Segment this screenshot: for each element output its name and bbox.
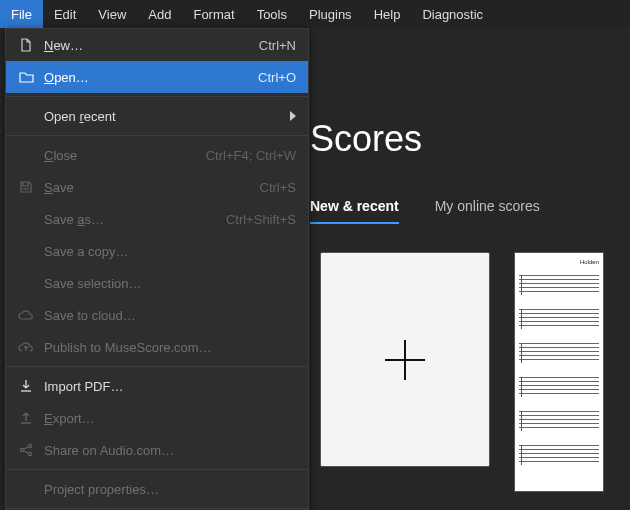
- menu-item-save-cloud[interactable]: Save to cloud…: [6, 299, 308, 331]
- menu-item-save-copy[interactable]: Save a copy…: [6, 235, 308, 267]
- menu-label: New…: [44, 38, 259, 53]
- menubar-item-file[interactable]: File: [0, 0, 43, 28]
- menu-label: Save a copy…: [44, 244, 296, 259]
- svg-point-0: [28, 444, 31, 447]
- menu-shortcut: Ctrl+S: [260, 180, 296, 195]
- menu-separator: [6, 96, 308, 97]
- menubar: File Edit View Add Format Tools Plugins …: [0, 0, 630, 28]
- menu-item-export[interactable]: Export…: [6, 402, 308, 434]
- menubar-item-plugins[interactable]: Plugins: [298, 0, 363, 28]
- share-icon: [16, 442, 36, 458]
- save-icon: [16, 179, 36, 195]
- file-menu: New… Ctrl+N Open… Ctrl+O Open recent Clo…: [5, 28, 309, 510]
- menubar-item-diagnostic[interactable]: Diagnostic: [411, 0, 494, 28]
- chevron-right-icon: [290, 109, 296, 124]
- menu-label: Project properties…: [44, 482, 296, 497]
- menu-item-project-properties[interactable]: Project properties…: [6, 473, 308, 505]
- menu-label: Close: [44, 148, 206, 163]
- menu-shortcut: Ctrl+N: [259, 38, 296, 53]
- cloud-icon: [16, 307, 36, 323]
- menu-label: Save selection…: [44, 276, 296, 291]
- menu-separator: [6, 469, 308, 470]
- tab-new-recent[interactable]: New & recent: [310, 198, 399, 224]
- menu-shortcut: Ctrl+O: [258, 70, 296, 85]
- menu-shortcut: Ctrl+F4; Ctrl+W: [206, 148, 296, 163]
- file-icon: [16, 37, 36, 53]
- menubar-item-format[interactable]: Format: [182, 0, 245, 28]
- menu-label: Save as…: [44, 212, 226, 227]
- menu-shortcut: Ctrl+Shift+S: [226, 212, 296, 227]
- menubar-item-edit[interactable]: Edit: [43, 0, 87, 28]
- menu-label: Publish to MuseScore.com…: [44, 340, 296, 355]
- menu-item-open-recent[interactable]: Open recent: [6, 100, 308, 132]
- tab-my-online-scores[interactable]: My online scores: [435, 198, 540, 224]
- menu-label: Open recent: [44, 109, 282, 124]
- menu-item-save-as[interactable]: Save as… Ctrl+Shift+S: [6, 203, 308, 235]
- svg-point-2: [28, 452, 31, 455]
- menu-item-new[interactable]: New… Ctrl+N: [6, 29, 308, 61]
- menu-separator: [6, 135, 308, 136]
- menu-separator: [6, 366, 308, 367]
- folder-icon: [16, 69, 36, 85]
- plus-icon: [385, 340, 425, 380]
- menu-item-open[interactable]: Open… Ctrl+O: [6, 61, 308, 93]
- menu-label: Import PDF…: [44, 379, 296, 394]
- cloud-up-icon: [16, 339, 36, 355]
- menu-item-publish[interactable]: Publish to MuseScore.com…: [6, 331, 308, 363]
- menu-item-close[interactable]: Close Ctrl+F4; Ctrl+W: [6, 139, 308, 171]
- menu-label: Export…: [44, 411, 296, 426]
- upload-icon: [16, 410, 36, 426]
- menu-item-save[interactable]: Save Ctrl+S: [6, 171, 308, 203]
- menu-item-import-pdf[interactable]: Import PDF…: [6, 370, 308, 402]
- menu-label: Save to cloud…: [44, 308, 296, 323]
- menu-item-save-selection[interactable]: Save selection…: [6, 267, 308, 299]
- download-icon: [16, 378, 36, 394]
- new-score-card[interactable]: [320, 252, 490, 467]
- menu-item-share-audio[interactable]: Share on Audio.com…: [6, 434, 308, 466]
- score-preview: [519, 275, 599, 471]
- svg-point-1: [20, 448, 23, 451]
- menu-label: Open…: [44, 70, 258, 85]
- menubar-item-add[interactable]: Add: [137, 0, 182, 28]
- menubar-item-help[interactable]: Help: [363, 0, 412, 28]
- score-title: Holden: [580, 259, 599, 265]
- score-card[interactable]: Holden: [514, 252, 604, 492]
- menubar-item-tools[interactable]: Tools: [246, 0, 298, 28]
- menu-label: Save: [44, 180, 260, 195]
- menu-label: Share on Audio.com…: [44, 443, 296, 458]
- menubar-item-view[interactable]: View: [87, 0, 137, 28]
- menu-separator: [6, 508, 308, 509]
